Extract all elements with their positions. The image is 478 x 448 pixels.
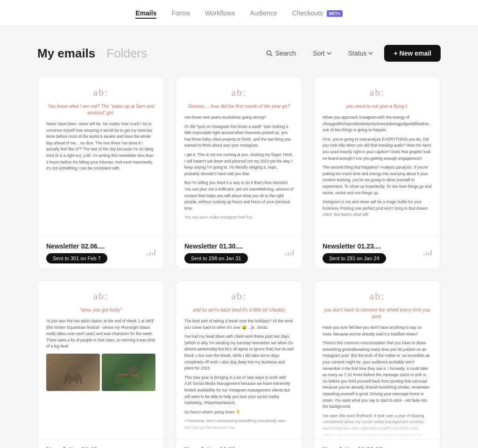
card-title: Newsletter 02.06....: [46, 242, 107, 250]
logo-text: ab:: [370, 86, 385, 98]
email-card[interactable]: ab: you don't have to reinvent the wheel…: [314, 280, 441, 448]
top-navigation: Emails Forms Workflows Audience Checkout…: [0, 0, 478, 26]
search-button[interactable]: Search: [260, 46, 302, 61]
card-logo: ab:: [46, 290, 155, 302]
nav-checkouts[interactable]: Checkouts BETA: [292, 7, 343, 19]
card-footer: Newsletter 01.09.23 Sent to 283 on Jan 1…: [314, 440, 440, 448]
header-actions: Search Sort Status + New email: [260, 45, 441, 62]
card-title: Newsletter 01.30....: [184, 242, 248, 250]
email-card[interactable]: ab: and so we're back (and it's a little…: [176, 280, 302, 448]
card-body: The best part of taking a break over the…: [184, 318, 294, 431]
nav-emails[interactable]: Emails: [135, 7, 156, 19]
card-headline: Sooooo.... how did the first month of th…: [184, 103, 294, 110]
card-logo: ab:: [323, 290, 432, 302]
logo-text: ab:: [232, 290, 247, 302]
svg-line-1: [270, 55, 272, 57]
card-headline: you don't have to reinvent the wheel eve…: [323, 307, 432, 320]
nav-items: Emails Forms Workflows Audience Checkout…: [135, 7, 342, 19]
stats-bars-icon: [285, 249, 294, 256]
card-preview: ab: You know what I am not? The "wake up…: [38, 77, 164, 236]
logo-text: ab:: [370, 290, 385, 302]
card-footer: Newsletter 01.03.... Sent to 283 on Jan …: [176, 440, 302, 448]
card-info: Newsletter 01.16.... Sent to 288 on Jan …: [46, 446, 110, 448]
card-stats: [147, 249, 155, 256]
horse-image: [46, 354, 100, 391]
card-info: Newsletter 01.09.23 Sent to 283 on Jan 1…: [323, 446, 386, 448]
email-card[interactable]: ab: you need to not give a flying f. Whe…: [314, 77, 441, 269]
logo-text: ab:: [93, 290, 109, 302]
svg-point-4: [74, 364, 80, 372]
card-footer: Newsletter 02.06.... Sent to 301 on Feb …: [38, 236, 164, 269]
svg-line-8: [80, 378, 82, 384]
logo-text: ab:: [232, 86, 247, 98]
search-icon: [266, 50, 273, 57]
jumping-image: [102, 354, 155, 391]
card-body: I'd just won the low adult classic at th…: [46, 318, 155, 350]
card-body: Never have been, never will be. No matte…: [46, 121, 155, 172]
card-title: Newsletter 01.03....: [184, 446, 245, 448]
card-info: Newsletter 01.30.... Sent to 298 on Jan …: [184, 242, 248, 262]
email-card[interactable]: ab: You know what I am not? The "wake up…: [37, 77, 164, 269]
email-card[interactable]: ab: Sooooo.... how did the first month o…: [176, 77, 302, 269]
card-preview: ab: you need to not give a flying f. Whe…: [314, 77, 440, 236]
card-body: Have you ever felt like you don't have a…: [323, 325, 432, 440]
card-title: Newsletter 01.23....: [323, 242, 386, 250]
chevron-down-icon: [327, 52, 331, 55]
card-sent-badge: Sent to 298 on Jan 31: [184, 253, 248, 263]
stats-bars-icon: [423, 249, 432, 256]
card-preview: ab: "wow, you got lucky" I'd just won th…: [38, 281, 164, 440]
card-title: Newsletter 01.16....: [46, 446, 110, 448]
card-logo: ab:: [184, 290, 294, 302]
card-footer: Newsletter 01.16.... Sent to 288 on Jan …: [38, 440, 164, 448]
card-sent-badge: Sent to 291 on Jan 24: [323, 253, 386, 263]
card-body: When you approach Instagram with the ene…: [323, 114, 432, 218]
nav-workflows[interactable]: Workflows: [205, 7, 235, 19]
card-body: Are those new years resolutions going st…: [184, 114, 294, 221]
nav-audience[interactable]: Audience: [250, 7, 277, 19]
svg-line-6: [69, 380, 70, 384]
page-header: My emails Folders Search Sort Status: [37, 45, 441, 62]
card-preview: ab: and so we're back (and it's a little…: [176, 281, 302, 440]
nav-forms[interactable]: Forms: [171, 7, 190, 19]
main-content: My emails Folders Search Sort Status: [0, 26, 478, 448]
card-headline: you need to not give a flying f.: [323, 103, 432, 110]
svg-rect-11: [117, 374, 119, 381]
sort-button[interactable]: Sort: [307, 46, 337, 61]
stats-bars-icon: [147, 249, 155, 256]
card-headline: and so we're back (and it's a little bit…: [184, 307, 294, 313]
svg-point-14: [132, 366, 137, 371]
card-footer: Newsletter 01.23.... Sent to 291 on Jan …: [314, 236, 440, 269]
card-sent-badge: Sent to 301 on Feb 7: [46, 253, 107, 263]
card-info: Newsletter 01.23.... Sent to 291 on Jan …: [323, 242, 386, 262]
status-button[interactable]: Status: [343, 46, 379, 61]
card-info: Newsletter 01.03.... Sent to 283 on Jan …: [184, 446, 245, 448]
card-stats: [285, 249, 294, 256]
svg-line-7: [77, 380, 77, 384]
card-info: Newsletter 02.06.... Sent to 301 on Feb …: [46, 242, 107, 262]
new-email-button[interactable]: + New email: [384, 45, 441, 62]
card-images: [46, 354, 155, 391]
card-preview: ab: you don't have to reinvent the wheel…: [314, 281, 440, 440]
email-card[interactable]: ab: "wow, you got lucky" I'd just won th…: [37, 280, 164, 448]
card-logo: ab:: [323, 86, 432, 99]
svg-line-5: [65, 378, 66, 384]
svg-rect-12: [139, 374, 141, 381]
card-preview: ab: Sooooo.... how did the first month o…: [176, 77, 302, 236]
logo-text: ab:: [93, 86, 109, 98]
card-headline: You know what I am not? The "wake up at …: [46, 103, 155, 116]
card-logo: ab:: [46, 86, 155, 99]
card-footer: Newsletter 01.30.... Sent to 298 on Jan …: [176, 236, 302, 269]
beta-badge: BETA: [327, 10, 343, 17]
card-stats: [423, 249, 432, 256]
chevron-down-icon-status: [368, 52, 373, 55]
page-title: My emails: [37, 46, 95, 61]
card-headline: "wow, you got lucky": [46, 307, 155, 313]
folders-tab[interactable]: Folders: [106, 46, 147, 61]
page-title-area: My emails Folders: [37, 46, 147, 61]
card-logo: ab:: [184, 86, 294, 99]
email-grid: ab: You know what I am not? The "wake up…: [37, 77, 441, 448]
card-title: Newsletter 01.09.23: [323, 446, 386, 448]
